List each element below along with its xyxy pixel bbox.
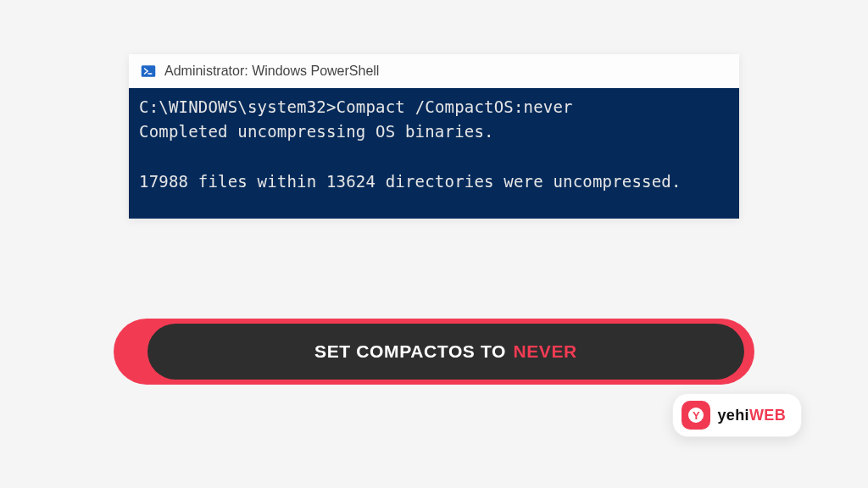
prompt-text: C:\WINDOWS\system32>: [139, 97, 337, 116]
powershell-icon: [141, 64, 156, 79]
banner-bar: SET COMPACTOS TO NEVER: [147, 324, 744, 380]
brand-logo-glyph: Y: [688, 408, 704, 423]
brand-prefix: yehi: [717, 407, 748, 424]
window-title: Administrator: Windows PowerShell: [164, 64, 379, 79]
brand-name: yehiWEB: [717, 407, 786, 424]
banner-text-lead: SET COMPACTOS TO: [314, 341, 506, 362]
terminal-blank-line: [139, 145, 729, 169]
brand-suffix: WEB: [749, 407, 786, 424]
terminal-line-3: 17988 files within 13624 directories wer…: [139, 169, 729, 194]
terminal-output[interactable]: C:\WINDOWS\system32>Compact /CompactOS:n…: [129, 88, 739, 219]
terminal-line-2: Completed uncompressing OS binaries.: [139, 119, 729, 144]
powershell-window: Administrator: Windows PowerShell C:\WIN…: [129, 54, 739, 219]
brand-logo: Y: [682, 401, 710, 430]
command-text: Compact /CompactOS:never: [337, 97, 573, 116]
terminal-line-1: C:\WINDOWS\system32>Compact /CompactOS:n…: [139, 95, 729, 119]
brand-badge: Y yehiWEB: [672, 393, 802, 437]
banner-text-accent: NEVER: [513, 341, 577, 362]
window-titlebar: Administrator: Windows PowerShell: [129, 54, 739, 88]
caption-banner: SET COMPACTOS TO NEVER: [114, 319, 754, 385]
